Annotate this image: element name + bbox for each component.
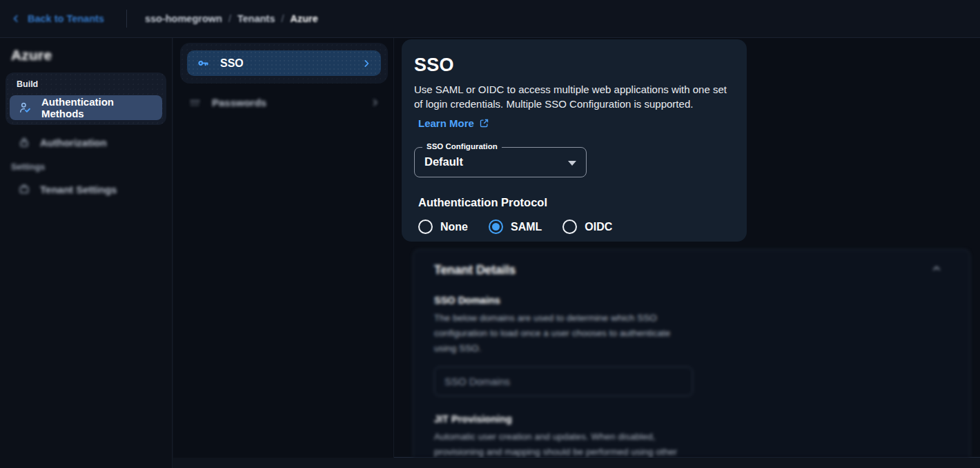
sidebar-item-label: Authorization [40, 137, 107, 148]
lock-icon [18, 136, 30, 148]
sso-card-description: Use SAML or OIDC to access multiple web … [414, 82, 733, 111]
radio-label: SAML [511, 221, 542, 233]
breadcrumb: sso-homegrown / Tenants / Azure [145, 13, 318, 24]
auth-methods-panel: SSO Passwords [173, 38, 394, 458]
learn-more-label: Learn More [418, 117, 474, 129]
sso-detail-drawer: SSO Use SAML or OIDC to access multiple … [394, 38, 980, 458]
briefcase-icon [18, 183, 30, 195]
back-link-label: Back to Tenants [28, 13, 104, 24]
page-background-strip [173, 458, 980, 468]
settings-section-label: Settings [11, 162, 172, 172]
radio-option-saml[interactable]: SAML [489, 220, 542, 234]
learn-more-link[interactable]: Learn More [418, 117, 489, 129]
sidebar-item-label: Authentication Methods [41, 96, 154, 119]
breadcrumb-tenants[interactable]: Tenants [237, 13, 275, 24]
user-check-icon [18, 101, 32, 115]
authentication-protocol-heading: Authentication Protocol [418, 196, 733, 209]
radio-icon-saml-selected [489, 220, 503, 234]
radio-option-none[interactable]: None [418, 220, 468, 234]
sso-config-card: SSO Use SAML or OIDC to access multiple … [402, 39, 747, 242]
sidebar-item-authorization[interactable]: Authorization [10, 131, 162, 153]
chevron-right-icon [371, 98, 380, 107]
sso-highlight-container: SSO [180, 43, 388, 84]
sso-configuration-select-value: Default [415, 148, 586, 176]
breadcrumb-separator: / [228, 13, 231, 24]
breadcrumb-project[interactable]: sso-homegrown [145, 13, 222, 24]
tenant-details-title: Tenant Details [434, 263, 516, 277]
sidebar-item-label: Tenant Settings [40, 184, 117, 195]
sso-card-title: SSO [414, 55, 733, 76]
tenant-details-card: Tenant Details SSO Domains The below dom… [413, 249, 970, 457]
tenant-title: Azure [11, 47, 172, 64]
method-item-passwords[interactable]: Passwords [187, 90, 381, 114]
build-section: Build Authentication Methods [6, 72, 166, 125]
radio-icon-none [418, 220, 433, 234]
sso-domains-description: The below domains are used to determine … [434, 311, 691, 356]
breadcrumb-separator: / [281, 13, 284, 24]
chevron-up-icon[interactable] [931, 263, 942, 274]
breadcrumb-current: Azure [291, 13, 318, 24]
external-link-icon [479, 118, 489, 128]
method-item-label: SSO [220, 57, 244, 70]
radio-label: OIDC [585, 221, 612, 233]
chevron-right-icon [362, 59, 371, 68]
sso-domains-label: SSO Domains [434, 295, 949, 306]
method-item-sso[interactable]: SSO [187, 50, 381, 76]
jit-provisioning-label: JIT Provisioning [434, 413, 949, 425]
password-dots-icon [188, 96, 202, 109]
sidebar-item-tenant-settings[interactable]: Tenant Settings [10, 178, 162, 200]
sso-configuration-select[interactable]: SSO Configuration Default [414, 147, 587, 177]
sso-configuration-select-label: SSO Configuration [422, 142, 502, 150]
key-icon [197, 57, 210, 70]
build-section-label: Build [17, 79, 162, 89]
method-item-label: Passwords [212, 97, 266, 108]
caret-down-icon [568, 161, 576, 166]
radio-icon-oidc [562, 220, 577, 234]
tenant-sidebar: Azure Build Authentication Methods Autho… [0, 38, 173, 468]
topbar: Back to Tenants sso-homegrown / Tenants … [0, 0, 980, 38]
radio-option-oidc[interactable]: OIDC [562, 220, 612, 234]
protocol-radio-group: None SAML OIDC [418, 220, 733, 234]
sidebar-item-authentication-methods[interactable]: Authentication Methods [10, 95, 162, 120]
back-to-tenants-link[interactable]: Back to Tenants [11, 13, 104, 24]
back-chevron-icon [11, 14, 21, 23]
radio-label: None [440, 221, 468, 233]
tenant-details-header: Tenant Details [434, 263, 949, 277]
topbar-divider [126, 10, 127, 28]
sso-domains-input[interactable] [434, 367, 693, 396]
